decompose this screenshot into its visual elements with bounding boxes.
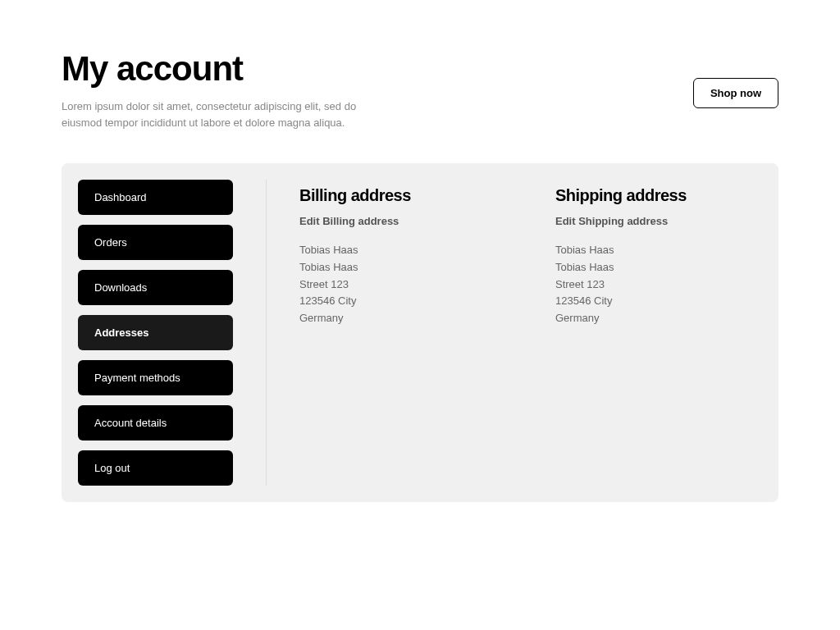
address-line: Germany: [299, 310, 506, 327]
address-line: Street 123: [555, 276, 762, 294]
billing-address-block: Billing address Edit Billing address Tob…: [299, 186, 506, 479]
sidebar-item-logout[interactable]: Log out: [78, 450, 233, 486]
address-line: Tobias Haas: [299, 259, 506, 276]
edit-billing-link[interactable]: Edit Billing address: [299, 215, 399, 227]
shipping-address-block: Shipping address Edit Shipping address T…: [555, 186, 762, 479]
account-panel: Dashboard Orders Downloads Addresses Pay…: [62, 163, 778, 502]
billing-address-lines: Tobias Haas Tobias Haas Street 123 12354…: [299, 242, 506, 327]
address-line: Germany: [555, 310, 762, 327]
address-line: Tobias Haas: [299, 242, 506, 259]
address-line: Tobias Haas: [555, 242, 762, 259]
address-line: Tobias Haas: [555, 259, 762, 276]
shop-now-button[interactable]: Shop now: [693, 78, 778, 108]
sidebar-item-account-details[interactable]: Account details: [78, 405, 233, 441]
sidebar-item-orders[interactable]: Orders: [78, 225, 233, 260]
billing-heading: Billing address: [299, 186, 506, 205]
sidebar-item-dashboard[interactable]: Dashboard: [78, 180, 233, 215]
page-title: My account: [62, 49, 693, 89]
sidebar-item-payment-methods[interactable]: Payment methods: [78, 360, 233, 395]
address-line: 123546 City: [555, 293, 762, 310]
edit-shipping-link[interactable]: Edit Shipping address: [555, 215, 668, 227]
page-description: Lorem ipsum dolor sit amet, consectetur …: [62, 98, 390, 130]
address-line: 123546 City: [299, 293, 506, 310]
addresses-content: Billing address Edit Billing address Tob…: [267, 180, 762, 486]
shipping-address-lines: Tobias Haas Tobias Haas Street 123 12354…: [555, 242, 762, 327]
account-sidebar: Dashboard Orders Downloads Addresses Pay…: [78, 180, 267, 486]
sidebar-item-addresses[interactable]: Addresses: [78, 315, 233, 350]
sidebar-item-downloads[interactable]: Downloads: [78, 270, 233, 305]
address-line: Street 123: [299, 276, 506, 294]
shipping-heading: Shipping address: [555, 186, 762, 205]
